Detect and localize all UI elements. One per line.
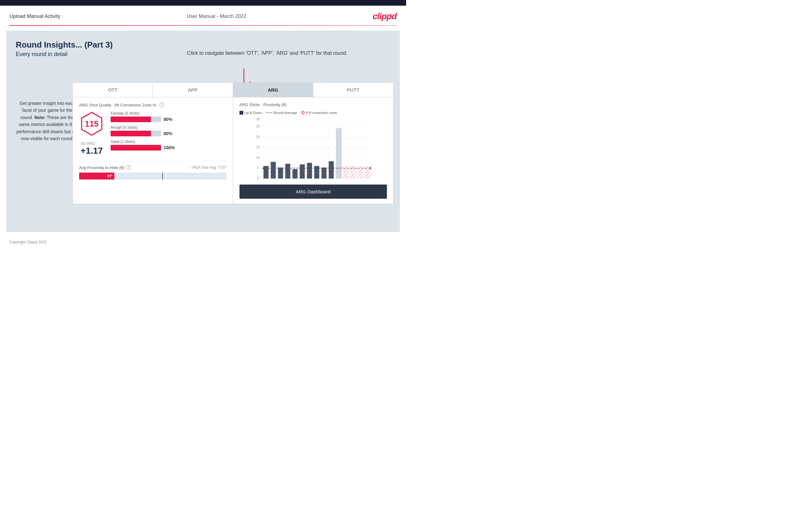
shot-row-sand: Sand (1 shots) 100% xyxy=(111,139,226,151)
proximity-header: Avg Proximity to Hole (ft) ? ↑ PGA Tour … xyxy=(79,165,226,170)
legend-up-down: Up & Down xyxy=(240,111,262,115)
svg-rect-32 xyxy=(358,166,363,178)
rough-pct: 80% xyxy=(163,131,172,136)
sg-arg-section: SG ARG +1.17 xyxy=(81,142,103,156)
header-left: Upload Manual Activity xyxy=(9,13,60,19)
rough-label: Rough (5 shots) xyxy=(111,125,226,130)
doc-title: User Manual - March 2022 xyxy=(187,13,246,19)
panel-body: ARG Shot Quality 6ft Conversion Zone % ?… xyxy=(73,97,393,204)
hexagon-container: 115 SG ARG +1.17 xyxy=(79,111,104,156)
copyright: Copyright Clippd 2021 xyxy=(9,240,47,244)
upload-title: Upload Manual Activity xyxy=(9,13,60,19)
chart-title: ARG Shots - Proximity (ft) xyxy=(240,102,287,107)
sand-bar-track xyxy=(111,145,161,151)
tab-ott[interactable]: OTT xyxy=(73,83,153,97)
rough-bar-fill xyxy=(111,131,151,136)
note-label: Note: xyxy=(34,115,46,120)
legend-round-avg-label: Round Average xyxy=(273,111,297,115)
sg-arg-value: +1.17 xyxy=(81,146,103,156)
chart-area: 0 5 10 15 20 25 30 xyxy=(240,117,387,181)
proximity-marker xyxy=(162,173,163,179)
top-bar xyxy=(0,0,406,6)
sand-pct: 100% xyxy=(163,145,175,150)
sand-bar-row: 100% xyxy=(111,145,226,151)
fairway-pct: 80% xyxy=(163,117,172,122)
annotation-text: Click to navigate between 'OTT', 'APP', … xyxy=(187,49,348,57)
main-content: Round Insights... (Part 3) Every round i… xyxy=(6,31,400,232)
help-icon[interactable]: ? xyxy=(159,102,164,107)
right-panel-header: ARG Shots - Proximity (ft) xyxy=(240,102,387,107)
shot-bars: Fairway (5 shots) 80% Rough (5 shots) xyxy=(111,111,226,151)
legend-round-avg: Round Average xyxy=(266,111,297,115)
svg-rect-30 xyxy=(343,166,348,178)
conversion-label: 6ft Conversion Zone % xyxy=(115,103,156,107)
proximity-bar-track: 77' xyxy=(79,173,226,179)
svg-rect-22 xyxy=(307,163,312,178)
left-description: Get greater insight into each facet of y… xyxy=(16,100,79,142)
shot-quality-label: ARG Shot Quality xyxy=(79,103,111,107)
svg-text:10: 10 xyxy=(256,156,260,159)
header: Upload Manual Activity User Manual - Mar… xyxy=(0,6,406,25)
proximity-value: 77' xyxy=(107,174,113,178)
hexagon: 115 xyxy=(79,111,104,136)
fairway-bar-fill xyxy=(111,116,151,122)
proximity-bar-fill: 77' xyxy=(79,173,114,179)
legend-6ft: 6 ft conversion zone xyxy=(301,111,337,115)
svg-rect-25 xyxy=(328,161,334,178)
fairway-bar-row: 80% xyxy=(111,116,226,122)
panel-header: ARG Shot Quality 6ft Conversion Zone % ? xyxy=(79,102,226,107)
svg-rect-19 xyxy=(285,164,290,178)
shot-row-fairway: Fairway (5 shots) 80% xyxy=(111,111,226,122)
svg-rect-31 xyxy=(350,166,355,178)
right-panel: ARG Shots - Proximity (ft) Up & Down Rou… xyxy=(233,97,394,204)
proximity-help-icon[interactable]: ? xyxy=(126,165,131,170)
proximity-section: Avg Proximity to Hole (ft) ? ↑ PGA Tour … xyxy=(79,161,226,179)
svg-text:5: 5 xyxy=(257,166,259,170)
fairway-bar-track xyxy=(111,116,161,122)
legend-hatched-box xyxy=(301,111,305,115)
header-divider xyxy=(9,25,397,26)
svg-rect-24 xyxy=(321,168,326,178)
svg-rect-21 xyxy=(300,164,305,178)
proximity-label: Avg Proximity to Hole (ft) ? xyxy=(79,165,131,170)
pga-avg: ↑ PGA Tour Avg: 7'10" xyxy=(190,165,226,170)
footer: Copyright Clippd 2021 xyxy=(0,237,406,247)
svg-text:20: 20 xyxy=(256,135,260,138)
svg-rect-18 xyxy=(278,168,283,178)
svg-text:15: 15 xyxy=(256,146,260,149)
tabs-row: OTT APP ARG PUTT xyxy=(73,83,393,97)
tab-arg[interactable]: ARG xyxy=(233,83,313,97)
legend-up-down-label: Up & Down xyxy=(245,111,262,115)
heading: Round Insights... (Part 3) xyxy=(16,40,391,50)
dashboard-panel: OTT APP ARG PUTT ARG Shot Quality 6ft Co… xyxy=(72,82,394,204)
sand-label: Sand (1 shots) xyxy=(111,139,226,144)
sand-bar-fill xyxy=(111,145,161,151)
svg-rect-33 xyxy=(365,166,370,178)
left-panel: ARG Shot Quality 6ft Conversion Zone % ?… xyxy=(73,97,233,204)
rough-bar-track xyxy=(111,131,161,136)
svg-rect-26 xyxy=(336,128,342,178)
svg-text:0: 0 xyxy=(257,177,259,180)
tab-app[interactable]: APP xyxy=(153,83,233,97)
legend-box-dark xyxy=(240,111,243,115)
svg-text:25: 25 xyxy=(256,125,260,128)
hex-value: 115 xyxy=(85,119,98,129)
sg-arg-label: SG ARG xyxy=(81,142,103,146)
svg-text:30: 30 xyxy=(256,117,260,121)
svg-rect-23 xyxy=(314,166,319,178)
legend-dashed-line xyxy=(266,112,272,113)
arg-dashboard-button[interactable]: ARG Dashboard xyxy=(240,184,387,199)
tab-putt[interactable]: PUTT xyxy=(313,83,393,97)
fairway-label: Fairway (5 shots) xyxy=(111,111,226,116)
proximity-chart: 0 5 10 15 20 25 30 xyxy=(240,117,387,180)
chart-legend: Up & Down Round Average 6 ft conversion … xyxy=(240,111,387,115)
svg-rect-20 xyxy=(292,169,297,178)
logo: clippd xyxy=(373,11,397,21)
shot-row-rough: Rough (5 shots) 80% xyxy=(111,125,226,136)
svg-rect-17 xyxy=(271,162,276,178)
rough-bar-row: 80% xyxy=(111,131,226,136)
legend-6ft-label: 6 ft conversion zone xyxy=(306,111,337,115)
shot-quality-row: 115 SG ARG +1.17 Fairway (5 shots) xyxy=(79,111,226,156)
